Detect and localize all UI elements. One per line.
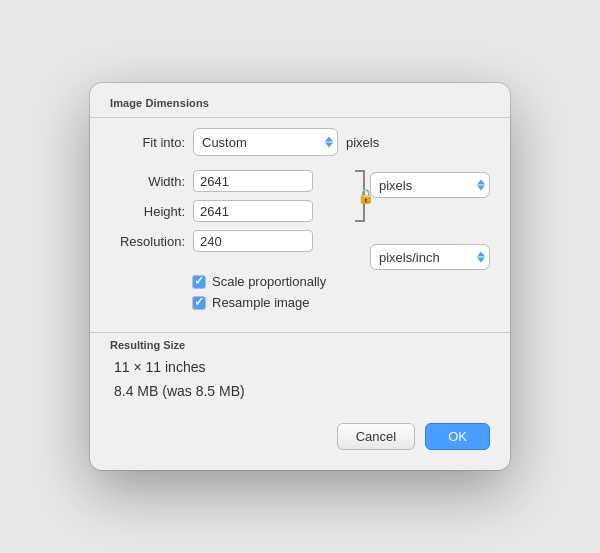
dimensions-result: 11 × 11 inches bbox=[114, 359, 490, 375]
lock-bracket-area: 🔒 bbox=[342, 170, 370, 222]
resolution-input[interactable] bbox=[193, 230, 313, 252]
scale-proportionally-row: Scale proportionally bbox=[192, 274, 490, 289]
file-size-result: 8.4 MB (was 8.5 MB) bbox=[114, 383, 490, 399]
resulting-size-section: Resulting Size 11 × 11 inches 8.4 MB (wa… bbox=[90, 332, 510, 411]
bracket-container: 🔒 bbox=[347, 170, 365, 222]
scale-proportionally-checkbox[interactable] bbox=[192, 275, 206, 289]
unit-select-wrapper: pixels percent bbox=[370, 172, 490, 198]
cancel-button[interactable]: Cancel bbox=[337, 423, 415, 450]
resample-image-checkbox[interactable] bbox=[192, 296, 206, 310]
fit-into-label: Fit into: bbox=[130, 135, 185, 150]
height-label: Height: bbox=[110, 204, 185, 219]
fit-into-row: Fit into: Custom Original Size 640 x 480… bbox=[130, 128, 490, 156]
width-row: Width: bbox=[110, 170, 342, 192]
right-selects: pixels percent pixels/inch pixels/cm bbox=[370, 170, 490, 270]
resolution-unit-select-wrapper: pixels/inch pixels/cm bbox=[370, 244, 490, 270]
image-dimensions-section: Fit into: Custom Original Size 640 x 480… bbox=[90, 118, 510, 332]
image-dimensions-header: Image Dimensions bbox=[90, 83, 510, 117]
fit-into-select[interactable]: Custom Original Size 640 x 480 800 x 600… bbox=[193, 128, 338, 156]
unit-select[interactable]: pixels percent bbox=[370, 172, 490, 198]
left-fields: Width: Height: Resolution: bbox=[110, 170, 342, 260]
fit-into-select-wrapper: Custom Original Size 640 x 480 800 x 600… bbox=[193, 128, 338, 156]
height-row: Height: bbox=[110, 200, 342, 222]
resolution-unit-select[interactable]: pixels/inch pixels/cm bbox=[370, 244, 490, 270]
checkboxes-area: Scale proportionally Resample image bbox=[192, 274, 490, 310]
spacer bbox=[370, 206, 490, 236]
ok-button[interactable]: OK bbox=[425, 423, 490, 450]
width-input[interactable] bbox=[193, 170, 313, 192]
pixels-label: pixels bbox=[346, 135, 379, 150]
scale-proportionally-label: Scale proportionally bbox=[212, 274, 326, 289]
buttons-row: Cancel OK bbox=[90, 411, 510, 450]
resample-image-row: Resample image bbox=[192, 295, 490, 310]
resulting-size-header: Resulting Size bbox=[110, 339, 490, 351]
image-dimensions-dialog: Image Dimensions Fit into: Custom Origin… bbox=[90, 83, 510, 470]
resolution-label: Resolution: bbox=[110, 234, 185, 249]
height-input[interactable] bbox=[193, 200, 313, 222]
resample-image-label: Resample image bbox=[212, 295, 310, 310]
resolution-row: Resolution: bbox=[110, 230, 342, 252]
width-label: Width: bbox=[110, 174, 185, 189]
